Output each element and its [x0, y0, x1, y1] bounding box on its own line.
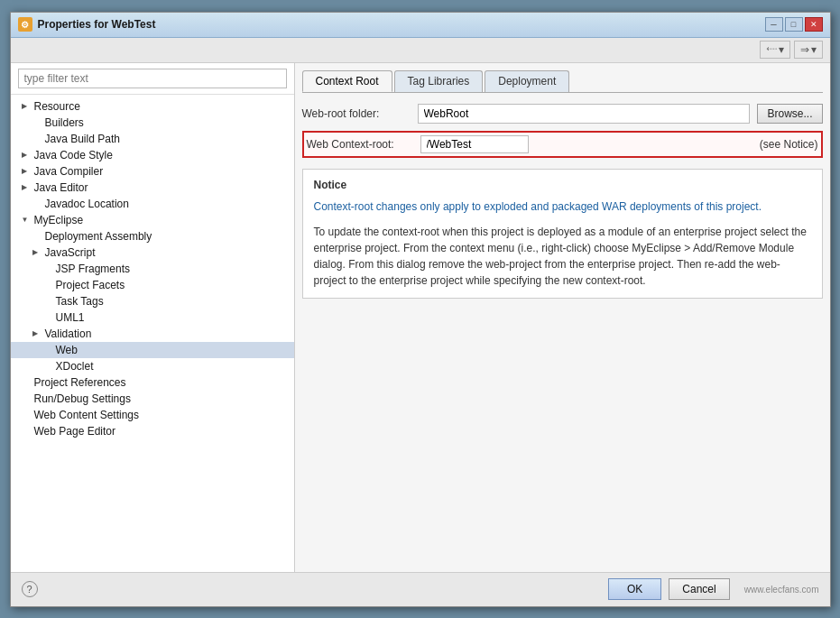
sidebar-item-task-tags[interactable]: Task Tags	[11, 293, 294, 309]
sidebar-item-label: Java Compiler	[34, 165, 104, 178]
sidebar-item-javascript[interactable]: ▶ JavaScript	[11, 244, 294, 261]
sidebar-item-label: XDoclet	[56, 360, 94, 373]
cancel-button[interactable]: Cancel	[669, 578, 729, 600]
help-button[interactable]: ?	[22, 581, 38, 597]
back-dropdown-icon: ▾	[779, 43, 784, 56]
minimize-button[interactable]: ─	[765, 17, 783, 32]
sidebar-item-java-editor[interactable]: ▶ Java Editor	[11, 180, 294, 196]
sidebar-item-project-references[interactable]: Project References	[11, 374, 294, 391]
close-button[interactable]: ✕	[805, 17, 823, 32]
sidebar-item-label: Builders	[45, 116, 84, 129]
sidebar: ▶ Resource Builders Java Build Path ▶ Ja…	[11, 63, 295, 572]
expand-icon: ▶	[22, 167, 31, 175]
sidebar-item-label: Run/Debug Settings	[34, 392, 131, 405]
sidebar-item-label: Java Code Style	[34, 149, 113, 161]
sidebar-item-java-build-path[interactable]: Java Build Path	[11, 131, 294, 147]
sidebar-item-resource[interactable]: ▶ Resource	[11, 98, 294, 115]
window-title: Properties for WebTest	[38, 18, 156, 31]
title-bar: ⚙ Properties for WebTest ─ □ ✕	[11, 13, 830, 38]
sidebar-item-java-code-style[interactable]: ▶ Java Code Style	[11, 147, 294, 163]
sidebar-item-label: Web Content Settings	[34, 409, 140, 421]
back-button[interactable]: ⬸ ▾	[760, 41, 790, 59]
window-icon: ⚙	[18, 17, 32, 32]
forward-icon: ⇒	[800, 43, 809, 56]
expand-icon: ▶	[22, 183, 31, 191]
ok-button[interactable]: OK	[608, 578, 661, 600]
sidebar-item-label: JavaScript	[45, 246, 96, 259]
sidebar-item-deployment-assembly[interactable]: Deployment Assembly	[11, 228, 294, 244]
sidebar-item-uml1[interactable]: UML1	[11, 309, 294, 326]
sidebar-item-run-debug-settings[interactable]: Run/Debug Settings	[11, 391, 294, 407]
sidebar-item-label: Validation	[45, 327, 92, 340]
browse-button[interactable]: Browse...	[757, 104, 822, 124]
sidebar-item-web-content-settings[interactable]: Web Content Settings	[11, 407, 294, 423]
expand-icon: ▶	[32, 248, 42, 256]
tab-deployment[interactable]: Deployment	[485, 70, 569, 92]
main-panel: Context Root Tag Libraries Deployment We…	[295, 63, 830, 572]
sidebar-item-label: Project Facets	[56, 279, 125, 291]
expand-icon: ▶	[22, 151, 31, 159]
sidebar-item-javadoc-location[interactable]: Javadoc Location	[11, 196, 294, 212]
properties-window: ⚙ Properties for WebTest ─ □ ✕ ⬸ ▾ ⇒ ▾	[10, 12, 831, 607]
web-root-row: Web-root folder: Browse...	[302, 104, 823, 124]
sidebar-item-label: Task Tags	[56, 295, 104, 308]
toolbar: ⬸ ▾ ⇒ ▾	[11, 38, 830, 63]
tree: ▶ Resource Builders Java Build Path ▶ Ja…	[11, 95, 294, 572]
title-buttons: ─ □ ✕	[765, 17, 823, 32]
expand-icon: ▶	[32, 329, 42, 337]
sidebar-item-label: Javadoc Location	[45, 198, 129, 210]
sidebar-item-label: Java Editor	[34, 181, 88, 194]
sidebar-item-builders[interactable]: Builders	[11, 115, 294, 131]
maximize-button[interactable]: □	[785, 17, 803, 32]
sidebar-item-label: JSP Fragments	[56, 263, 130, 275]
sidebar-item-myeclipse[interactable]: ▼ MyEclipse	[11, 212, 294, 228]
back-icon: ⬸	[766, 43, 777, 56]
sidebar-item-web[interactable]: Web	[11, 342, 294, 358]
sidebar-item-java-compiler[interactable]: ▶ Java Compiler	[11, 163, 294, 180]
forward-dropdown-icon: ▾	[811, 43, 817, 56]
main-content: ▶ Resource Builders Java Build Path ▶ Ja…	[11, 63, 830, 572]
notice-text2: To update the context-root when this pro…	[314, 224, 811, 289]
filter-box	[11, 63, 294, 95]
watermark-text: www.elecfans.com	[744, 585, 819, 595]
tab-bar: Context Root Tag Libraries Deployment	[302, 70, 823, 93]
expand-icon: ▼	[22, 216, 31, 224]
notice-text1: Context-root changes only apply to explo…	[314, 198, 811, 215]
web-root-label: Web-root folder:	[302, 107, 411, 120]
sidebar-item-label: Java Build Path	[45, 133, 120, 145]
tab-tag-libraries[interactable]: Tag Libraries	[394, 70, 484, 92]
see-notice-text: (see Notice)	[760, 138, 818, 151]
sidebar-item-project-facets[interactable]: Project Facets	[11, 277, 294, 293]
tab-context-root[interactable]: Context Root	[302, 70, 392, 92]
footer-right: OK Cancel www.elecfans.com	[608, 578, 819, 600]
web-context-root-row: Web Context-root: (see Notice)	[302, 131, 823, 158]
title-bar-left: ⚙ Properties for WebTest	[18, 17, 156, 32]
context-root-label: Web Context-root:	[307, 138, 413, 151]
filter-input[interactable]	[18, 69, 287, 88]
sidebar-item-xdoclet[interactable]: XDoclet	[11, 358, 294, 374]
context-root-input[interactable]	[420, 135, 529, 153]
notice-title: Notice	[314, 179, 811, 191]
notice-box: Notice Context-root changes only apply t…	[302, 169, 823, 299]
expand-icon: ▶	[22, 102, 31, 110]
sidebar-item-label: Resource	[34, 100, 80, 113]
footer-left: ?	[22, 581, 38, 597]
forward-button[interactable]: ⇒ ▾	[794, 41, 823, 59]
sidebar-item-label: Deployment Assembly	[45, 230, 152, 243]
web-root-input[interactable]	[418, 104, 751, 124]
sidebar-item-validation[interactable]: ▶ Validation	[11, 326, 294, 342]
sidebar-item-jsp-fragments[interactable]: JSP Fragments	[11, 261, 294, 277]
sidebar-item-label: MyEclipse	[34, 214, 84, 226]
sidebar-item-label: Web	[56, 344, 78, 356]
sidebar-item-web-page-editor[interactable]: Web Page Editor	[11, 423, 294, 439]
sidebar-item-label: UML1	[56, 311, 85, 324]
footer: ? OK Cancel www.elecfans.com	[11, 572, 830, 606]
sidebar-item-label: Web Page Editor	[34, 425, 116, 438]
sidebar-item-label: Project References	[34, 376, 126, 389]
